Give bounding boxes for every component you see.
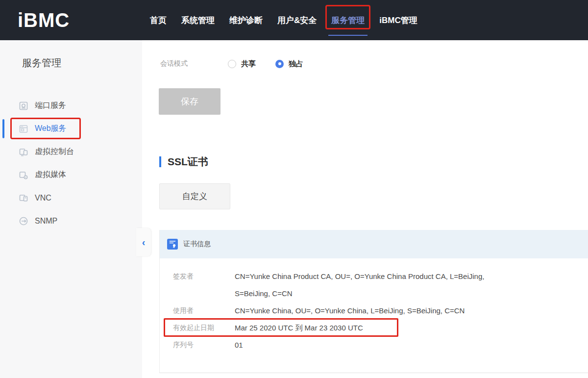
- certificate-panel-header: 证书信息: [160, 230, 588, 258]
- sidebar-item-label: 端口服务: [35, 101, 66, 111]
- radio-unselected-icon[interactable]: [228, 60, 236, 68]
- field-label: 使用者: [173, 302, 235, 319]
- field-label: 有效起止日期: [173, 319, 235, 336]
- sidebar-item-virtual-console[interactable]: 虚拟控制台: [0, 140, 142, 163]
- radio-option-label: 独占: [289, 59, 303, 69]
- sidebar-item-port-service[interactable]: 端口服务: [0, 94, 142, 117]
- sidebar-collapse-toggle[interactable]: ‹: [136, 228, 151, 256]
- nav-item-label: 系统管理: [181, 15, 215, 26]
- field-label: 签发者: [173, 268, 235, 302]
- sidebar-item-vnc[interactable]: VNC: [0, 186, 142, 209]
- radio-selected-icon[interactable]: [275, 60, 284, 68]
- sidebar-item-label: Web服务: [35, 124, 67, 134]
- section-accent-bar: [159, 156, 161, 167]
- sidebar-title: 服务管理: [22, 56, 142, 70]
- certificate-panel-title: 证书信息: [183, 240, 211, 249]
- main-nav: 首页 系统管理 维护诊断 用户&安全 服务管理 iBMC管理: [150, 0, 417, 40]
- field-value: CN=Yunke China Product CA, OU=, O=Yunke …: [235, 268, 509, 302]
- session-mode-label: 会话模式: [160, 59, 228, 68]
- sidebar-service-management: 服务管理 端口服务 Web服务: [0, 40, 142, 378]
- virtual-console-icon: [19, 147, 28, 157]
- virtual-media-icon: [19, 170, 28, 180]
- sidebar-item-virtual-media[interactable]: 虚拟媒体: [0, 163, 142, 186]
- ibmc-app-window: iBMC 首页 系统管理 维护诊断 用户&安全 服务管理 iBMC管理: [0, 0, 588, 378]
- top-navigation-bar: iBMC 首页 系统管理 维护诊断 用户&安全 服务管理 iBMC管理: [0, 0, 588, 40]
- port-service-icon: [19, 101, 28, 111]
- page-body: 服务管理 端口服务 Web服务: [0, 40, 588, 378]
- certificate-row-validity: 有效起止日期 Mar 25 2020 UTC 到 Mar 23 2030 UTC: [173, 319, 588, 336]
- field-value: Mar 25 2020 UTC 到 Mar 23 2030 UTC: [235, 319, 363, 336]
- nav-item-label: 维护诊断: [229, 15, 263, 26]
- session-mode-radio-group: 共享 独占: [228, 59, 303, 69]
- nav-item-user-security[interactable]: 用户&安全: [277, 0, 317, 40]
- nav-item-label: iBMC管理: [379, 15, 417, 26]
- nav-item-maintenance-diagnosis[interactable]: 维护诊断: [229, 0, 263, 40]
- custom-certificate-button[interactable]: 自定义: [159, 183, 230, 209]
- field-label: 序列号: [173, 336, 235, 353]
- field-value: CN=Yunke China, OU=, O=Yunke China, L=Be…: [235, 302, 465, 319]
- field-value: 01: [235, 336, 243, 353]
- sidebar-item-label: 虚拟控制台: [35, 147, 74, 157]
- web-service-content: 会话模式 共享 独占 保存 SSL证书 自定义: [142, 40, 588, 378]
- sidebar-menu: 端口服务 Web服务 虚拟控制台: [0, 94, 142, 232]
- nav-item-label: 用户&安全: [277, 15, 317, 26]
- nav-item-ibmc-management[interactable]: iBMC管理: [379, 0, 417, 40]
- save-button[interactable]: 保存: [159, 88, 220, 115]
- nav-item-label: 服务管理: [331, 15, 365, 26]
- nav-item-label: 首页: [150, 15, 167, 26]
- session-mode-row: 会话模式 共享 独占: [160, 56, 588, 71]
- sidebar-item-label: VNC: [35, 194, 51, 202]
- ibmc-logo: iBMC: [18, 9, 96, 31]
- web-service-icon: [19, 124, 28, 134]
- nav-item-home[interactable]: 首页: [150, 0, 167, 40]
- sidebar-item-label: SNMP: [35, 217, 57, 226]
- sidebar-item-snmp[interactable]: SNMP: [0, 209, 142, 232]
- certificate-row-subject: 使用者 CN=Yunke China, OU=, O=Yunke China, …: [173, 302, 588, 319]
- ssl-certificate-section-heading: SSL证书: [159, 155, 588, 169]
- sidebar-item-web-service[interactable]: Web服务: [0, 117, 142, 140]
- certificate-info-panel: 证书信息 签发者 CN=Yunke China Product CA, OU=,…: [159, 230, 588, 373]
- nav-item-service-management[interactable]: 服务管理: [331, 0, 365, 40]
- certificate-row-serial-number: 序列号 01: [173, 336, 588, 353]
- vnc-icon: [19, 193, 28, 203]
- radio-option-exclusive[interactable]: 独占: [275, 59, 303, 69]
- radio-option-label: 共享: [241, 59, 256, 69]
- certificate-fields: 签发者 CN=Yunke China Product CA, OU=, O=Yu…: [160, 258, 588, 353]
- active-item-indicator-bar: [2, 119, 4, 138]
- section-title: SSL证书: [168, 155, 208, 169]
- active-tab-underline: [328, 35, 368, 36]
- certificate-row-issuer: 签发者 CN=Yunke China Product CA, OU=, O=Yu…: [173, 268, 588, 302]
- snmp-icon: [19, 216, 28, 226]
- sidebar-item-label: 虚拟媒体: [35, 170, 66, 180]
- certificate-icon: [167, 239, 178, 250]
- radio-option-shared[interactable]: 共享: [228, 59, 256, 69]
- chevron-left-icon: ‹: [142, 237, 146, 247]
- nav-item-system-management[interactable]: 系统管理: [181, 0, 215, 40]
